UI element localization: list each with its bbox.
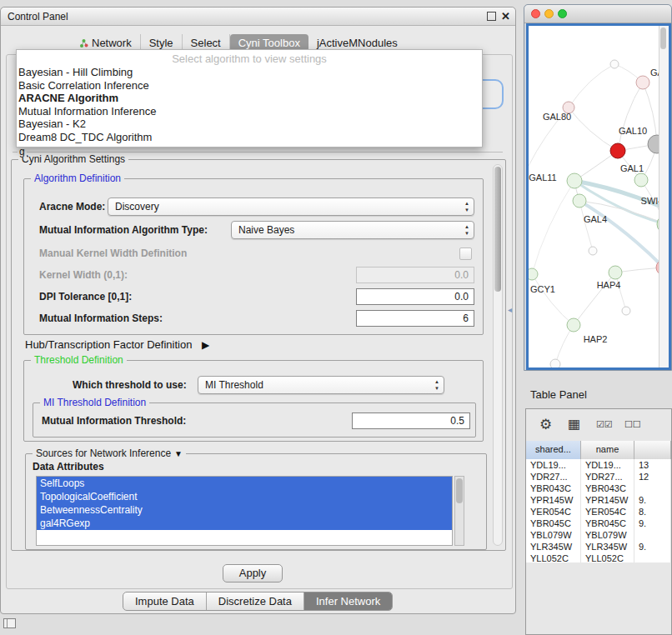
algorithm-option[interactable]: ARACNE Algorithm [17, 92, 482, 105]
table-row[interactable]: YDL19...YDL19...13 [526, 459, 671, 471]
network-node-label: GAL10 [619, 126, 647, 136]
table-panel-window: ⚙ ▦ ☑☑ ☐☐ shared...name YDL19...YDL19...… [525, 408, 672, 635]
table-cell: YBL079W [581, 529, 634, 541]
network-node[interactable] [573, 194, 586, 208]
control-panel-titlebar[interactable]: Control Panel ✕ [1, 8, 515, 26]
algorithm-option[interactable]: Dream8 DC_TDC Algorithm [17, 131, 482, 144]
stepper-arrows-icon: ▲▼ [464, 200, 469, 213]
mi-steps-field[interactable]: 6 [356, 310, 474, 327]
table-column-header[interactable]: name [581, 441, 634, 459]
network-canvas[interactable]: GAL80GALGAL10GAL11GAL1SWI4GAL4GCY1HAP4HA… [526, 23, 671, 370]
network-node[interactable] [529, 268, 538, 280]
minimize-traffic-light-icon[interactable] [544, 9, 554, 18]
data-attributes-list[interactable]: SelfLoopsTopologicalCoefficientBetweenne… [36, 476, 453, 546]
kernel-width-field[interactable]: 0.0 [356, 267, 474, 283]
dpi-tolerance-field[interactable]: 0.0 [356, 288, 474, 305]
table-row[interactable]: YBR043CYBR043C [526, 482, 671, 494]
mi-threshold-group: MI Threshold Definition Mutual Informati… [33, 402, 476, 438]
network-node[interactable] [610, 60, 619, 68]
settings-group-title: Cyni Algorithm Settings [18, 153, 128, 165]
table-row[interactable]: YBR045CYBR045C9. [526, 518, 671, 529]
algorithm-definition-group: Algorithm Definition Aracne Mode: Discov… [23, 178, 484, 335]
table-cell: 8. [634, 506, 671, 518]
bottom-tab-discretize-data[interactable]: Discretize Data [207, 592, 304, 610]
algorithm-option[interactable]: Bayesian - K2 [17, 118, 482, 131]
table-cell: YLR345W [526, 541, 581, 552]
bottom-tab-impute-data[interactable]: Impute Data [123, 592, 207, 610]
panel-splitter-grip[interactable]: ◂ [508, 305, 512, 314]
network-edge[interactable] [569, 64, 614, 108]
apply-button[interactable]: Apply [223, 564, 283, 582]
algorithm-select-dropdown[interactable]: Select algorithm to view settings Bayesi… [16, 49, 483, 148]
table-row[interactable]: YER054CYER054C8. [526, 506, 671, 518]
table-column-header[interactable]: shared... [526, 441, 581, 459]
cyni-algorithm-settings-group: Cyni Algorithm Settings Algorithm Defini… [11, 159, 506, 551]
hidden-group-border [13, 152, 503, 152]
aracne-mode-select[interactable]: Discovery ▲▼ [108, 198, 474, 216]
attribute-list-item[interactable]: gal4RGexp [37, 517, 452, 530]
mi-type-select[interactable]: Naive Bayes ▲▼ [231, 221, 474, 239]
algorithm-option[interactable]: Bayesian - Hill Climbing [17, 66, 482, 79]
table-row[interactable]: YDR27...YDR27...12 [526, 471, 671, 482]
table-cell: YPR145W [526, 494, 581, 506]
gear-icon[interactable]: ⚙ [539, 416, 552, 433]
network-vertical-scrollbar[interactable] [659, 26, 669, 368]
network-node[interactable] [609, 266, 622, 279]
network-window-titlebar[interactable] [524, 5, 671, 23]
mi-threshold-field[interactable]: 0.5 [352, 412, 470, 429]
mi-type-value: Naive Bayes [238, 224, 294, 236]
network-node-label: HAP2 [584, 334, 608, 344]
network-node[interactable] [567, 173, 582, 188]
stepper-arrows-icon: ▲▼ [464, 223, 469, 237]
table-cell: YDL19... [581, 459, 634, 471]
columns-icon[interactable]: ▦ [568, 416, 580, 432]
close-traffic-light-icon[interactable] [531, 9, 540, 18]
network-node[interactable] [622, 307, 630, 315]
which-threshold-select[interactable]: MI Threshold ▲▼ [198, 376, 444, 394]
threshold-definition-title: Threshold Definition [31, 354, 127, 366]
attributes-scrollbar[interactable] [454, 476, 464, 546]
network-node[interactable] [589, 247, 597, 255]
network-node[interactable] [550, 359, 560, 368]
hidden-panel-icon[interactable] [3, 618, 16, 628]
attribute-list-item[interactable]: BetweennessCentrality [37, 503, 452, 517]
sources-group-title[interactable]: Sources for Network Inference▼ [33, 448, 186, 459]
algorithm-option[interactable]: Mutual Information Inference [17, 105, 482, 118]
table-row[interactable]: YBL079WYBL079W [526, 529, 671, 541]
network-node[interactable] [634, 173, 648, 187]
network-edge[interactable] [569, 108, 618, 151]
table-cell: YDR27... [581, 471, 634, 482]
sources-title-text: Sources for Network Inference [36, 448, 171, 459]
close-icon[interactable]: ✕ [501, 11, 510, 22]
network-edge[interactable] [618, 82, 643, 151]
bottom-tabs: Impute DataDiscretize DataInfer Network [123, 592, 393, 611]
table-cell: 9. [634, 518, 671, 529]
network-node-label: HAP4 [597, 280, 621, 290]
table-row[interactable]: YLR345WYLR345W9. [526, 541, 671, 552]
table-column-header[interactable] [634, 441, 671, 459]
network-node[interactable] [610, 143, 625, 158]
attribute-list-item[interactable]: SelfLoops [37, 477, 452, 490]
attribute-list-item[interactable]: TopologicalCoefficient [37, 490, 452, 503]
manual-kernel-checkbox[interactable] [459, 248, 472, 260]
which-threshold-label: Which threshold to use: [73, 376, 187, 394]
hub-definition-toggle[interactable]: Hub/Transcription Factor Definition ▶ [25, 338, 209, 351]
algorithm-dropdown-prompt: Select algorithm to view settings [17, 52, 482, 66]
deselect-all-checkboxes-icon[interactable]: ☐☐ [624, 419, 641, 430]
table-row[interactable]: YPR145WYPR145W9. [526, 494, 671, 506]
bottom-tab-infer-network[interactable]: Infer Network [304, 592, 392, 610]
float-window-icon[interactable] [487, 12, 496, 21]
table-panel-title: Table Panel [530, 388, 587, 401]
network-node[interactable] [567, 318, 580, 332]
algorithm-option[interactable]: Basic Correlation Inference [17, 79, 482, 92]
table-cell: 9. [634, 494, 671, 506]
network-edge[interactable] [579, 201, 664, 268]
zoom-traffic-light-icon[interactable] [558, 9, 567, 18]
network-node[interactable] [636, 76, 649, 89]
network-icon [79, 38, 88, 48]
table-row[interactable]: YLL052CYLL052C [526, 552, 671, 562]
network-edge[interactable] [532, 181, 574, 274]
network-edge[interactable] [532, 274, 574, 325]
select-all-checkboxes-icon[interactable]: ☑☑ [596, 419, 613, 430]
settings-scrollbar[interactable] [493, 164, 503, 546]
